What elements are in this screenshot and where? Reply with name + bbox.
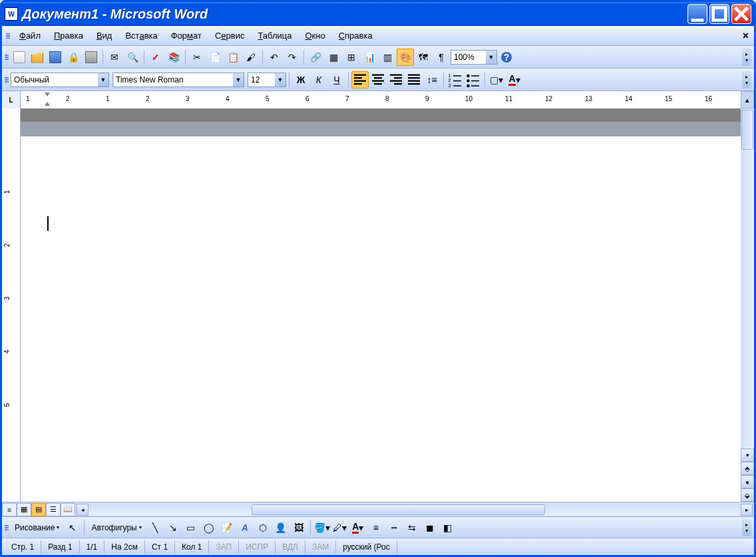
menu-table[interactable]: Таблица bbox=[251, 29, 298, 43]
shadow-style-button[interactable]: ◼ bbox=[421, 519, 439, 536]
tables-borders-button[interactable]: ▦ bbox=[325, 49, 342, 66]
align-justify-button[interactable] bbox=[405, 71, 423, 89]
next-page-button[interactable]: ⬙ bbox=[741, 488, 754, 502]
menu-edit[interactable]: Правка bbox=[47, 29, 90, 43]
redo-button[interactable]: ↷ bbox=[284, 49, 301, 66]
scroll-up-button[interactable]: ▴ bbox=[741, 91, 754, 108]
hyperlink-button[interactable]: 🔗 bbox=[307, 49, 324, 66]
3d-style-button[interactable]: ◧ bbox=[439, 519, 457, 536]
print-button[interactable] bbox=[83, 49, 100, 66]
arrow-style-button[interactable]: ⇆ bbox=[403, 519, 421, 536]
toolbar-grip-icon[interactable] bbox=[5, 49, 9, 65]
align-right-button[interactable] bbox=[387, 71, 405, 89]
menubar-grip-icon[interactable] bbox=[6, 29, 10, 43]
print-layout-view-button[interactable]: ▤ bbox=[31, 503, 46, 516]
undo-button[interactable]: ↶ bbox=[266, 49, 283, 66]
paste-button[interactable]: 📋 bbox=[224, 49, 242, 66]
arrow-tool-button[interactable]: ↘ bbox=[164, 519, 182, 536]
titlebar[interactable]: W Документ1 - Microsoft Word bbox=[2, 2, 754, 26]
wordart-button[interactable]: A bbox=[236, 519, 254, 536]
print-preview-button[interactable]: 🔍 bbox=[124, 49, 141, 66]
hscroll-track[interactable] bbox=[89, 504, 741, 516]
font-color-button[interactable]: A▾ bbox=[506, 71, 523, 89]
font-color-draw-button[interactable]: A▾ bbox=[349, 519, 367, 536]
status-rec[interactable]: ЗАП bbox=[209, 540, 239, 554]
menu-view[interactable]: Вид bbox=[90, 29, 119, 43]
show-formatting-button[interactable]: ¶ bbox=[433, 49, 450, 66]
ruler-vertical[interactable]: 12345 bbox=[2, 108, 21, 502]
autoshapes-menu-button[interactable]: Автофигуры▾ bbox=[87, 519, 145, 536]
outline-view-button[interactable]: ☰ bbox=[46, 503, 61, 516]
draw-menu-button[interactable]: Рисование▾ bbox=[11, 519, 63, 536]
line-tool-button[interactable]: ╲ bbox=[146, 519, 164, 536]
help-button[interactable]: ? bbox=[498, 49, 515, 66]
fill-color-button[interactable]: 🪣▾ bbox=[313, 519, 331, 536]
font-input[interactable] bbox=[113, 73, 233, 87]
clipart-button[interactable]: 👤 bbox=[272, 519, 289, 536]
chevron-down-icon[interactable]: ▼ bbox=[98, 73, 108, 87]
document-viewport[interactable] bbox=[21, 108, 741, 502]
line-style-button[interactable]: ≡ bbox=[367, 519, 385, 536]
font-dropdown[interactable]: ▼ bbox=[112, 73, 244, 87]
align-center-button[interactable] bbox=[369, 71, 387, 89]
vscroll-thumb[interactable] bbox=[741, 110, 753, 150]
save-button[interactable] bbox=[47, 49, 64, 66]
line-spacing-button[interactable]: ↕≡ bbox=[423, 71, 441, 89]
previous-page-button[interactable]: ⬘ bbox=[741, 462, 754, 475]
align-left-button[interactable] bbox=[351, 71, 369, 89]
style-dropdown[interactable]: ▼ bbox=[11, 73, 109, 87]
fontsize-input[interactable] bbox=[248, 73, 275, 87]
toolbar-grip-icon[interactable] bbox=[5, 72, 9, 88]
drawing-toggle-button[interactable]: 🎨 bbox=[397, 49, 414, 66]
insert-table-button[interactable]: ⊞ bbox=[343, 49, 360, 66]
toolbar-overflow-button[interactable]: ▸▾ bbox=[742, 519, 751, 536]
research-button[interactable]: 📚 bbox=[165, 49, 182, 66]
zoom-dropdown[interactable]: ▼ bbox=[451, 50, 497, 65]
menu-format[interactable]: Формат bbox=[164, 29, 208, 43]
cut-button[interactable]: ✂ bbox=[188, 49, 206, 66]
toolbar-overflow-button[interactable]: ▸▾ bbox=[742, 49, 751, 66]
menu-help[interactable]: Справка bbox=[332, 29, 379, 43]
italic-button[interactable]: К bbox=[310, 71, 327, 89]
normal-view-button[interactable]: ≡ bbox=[2, 503, 17, 516]
toolbar-grip-icon[interactable] bbox=[5, 520, 9, 536]
reading-layout-view-button[interactable]: 📖 bbox=[61, 503, 75, 516]
bold-button[interactable]: Ж bbox=[292, 71, 309, 89]
insert-excel-button[interactable]: 📊 bbox=[361, 49, 378, 66]
web-layout-view-button[interactable]: ▦ bbox=[17, 503, 31, 516]
menu-file[interactable]: Файл bbox=[13, 29, 47, 43]
toolbar-overflow-button[interactable]: ▸▾ bbox=[742, 71, 751, 89]
email-button[interactable]: ✉ bbox=[106, 49, 123, 66]
columns-button[interactable]: ▥ bbox=[379, 49, 396, 66]
fontsize-dropdown[interactable]: ▼ bbox=[248, 73, 286, 87]
chevron-down-icon[interactable]: ▼ bbox=[486, 51, 496, 64]
menu-insert[interactable]: Вставка bbox=[118, 29, 164, 43]
menu-tools[interactable]: Сервис bbox=[208, 29, 252, 43]
style-input[interactable] bbox=[11, 73, 98, 87]
status-ext[interactable]: ВДЛ bbox=[276, 540, 305, 554]
textbox-button[interactable]: 📝 bbox=[218, 519, 236, 536]
permission-button[interactable]: 🔒 bbox=[65, 49, 82, 66]
copy-button[interactable]: 📄 bbox=[206, 49, 224, 66]
new-doc-button[interactable] bbox=[11, 49, 28, 66]
status-language[interactable]: русский (Рос bbox=[336, 540, 397, 554]
line-color-button[interactable]: 🖊▾ bbox=[331, 519, 349, 536]
hscroll-thumb[interactable] bbox=[252, 504, 545, 515]
outside-border-button[interactable]: ▢▾ bbox=[488, 71, 505, 89]
menu-window[interactable]: Окно bbox=[298, 29, 331, 43]
format-painter-button[interactable]: 🖌 bbox=[242, 49, 260, 66]
scroll-right-button[interactable]: ▸ bbox=[741, 504, 753, 516]
maximize-button[interactable] bbox=[709, 4, 729, 24]
chevron-down-icon[interactable]: ▼ bbox=[275, 73, 285, 87]
rectangle-tool-button[interactable]: ▭ bbox=[182, 519, 200, 536]
close-button[interactable] bbox=[731, 4, 751, 24]
dash-style-button[interactable]: ┅ bbox=[385, 519, 403, 536]
tab-selector-button[interactable]: L bbox=[2, 91, 21, 108]
minimize-button[interactable] bbox=[687, 4, 707, 24]
select-browse-object-button[interactable]: ● bbox=[741, 475, 754, 488]
scroll-down-button[interactable]: ▾ bbox=[741, 449, 754, 462]
oval-tool-button[interactable]: ◯ bbox=[200, 519, 218, 536]
doc-close-button[interactable]: × bbox=[743, 30, 749, 42]
vscroll-track[interactable] bbox=[741, 151, 754, 449]
status-ovr[interactable]: ЗАМ bbox=[305, 540, 336, 554]
